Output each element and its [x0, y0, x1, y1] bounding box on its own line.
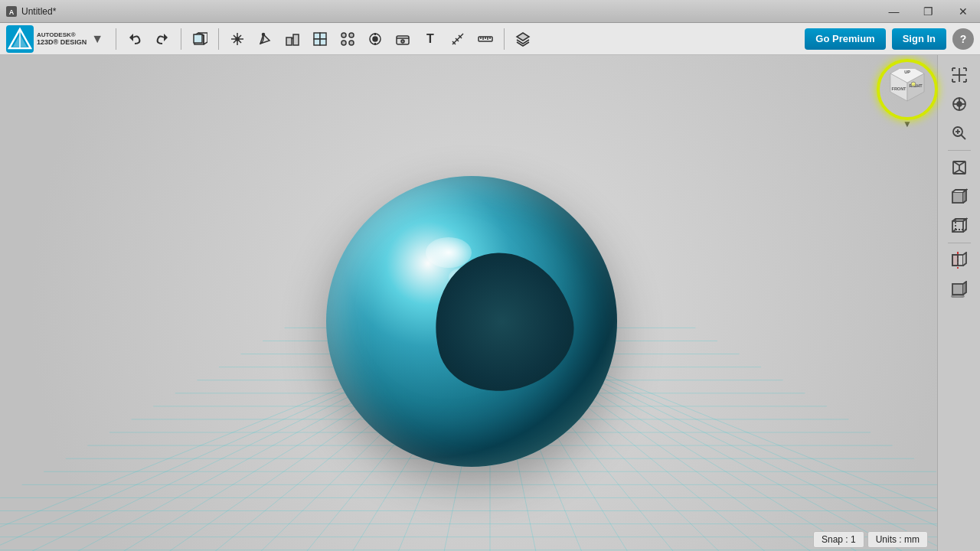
divider-3	[218, 28, 219, 50]
section-view-button[interactable]	[946, 246, 973, 274]
sphere-highlight	[426, 237, 472, 268]
divider-4	[504, 28, 505, 50]
logo-text: AUTODESK® 123D® DESIGN	[37, 31, 87, 46]
svg-point-18	[349, 33, 354, 37]
svg-line-50	[961, 135, 965, 140]
zoom-extents-button[interactable]	[946, 61, 973, 89]
svg-point-22	[373, 37, 377, 41]
logo-dropdown[interactable]: ▼	[91, 32, 103, 46]
titlebar-controls: — ❐ ✕	[877, 0, 980, 23]
statusbar: Snap : 1 Units : mm	[807, 528, 934, 551]
shadow-view-button[interactable]	[946, 276, 973, 303]
wireframe-view-button[interactable]	[946, 212, 973, 240]
divider-2	[181, 28, 181, 50]
units-status[interactable]: Units : mm	[867, 531, 928, 548]
construct-button[interactable]	[280, 27, 305, 51]
svg-point-63	[952, 295, 964, 298]
text-button[interactable]: T	[418, 27, 443, 51]
view-cube-area: FRONT RIGHT UP ▼	[880, 63, 934, 129]
signin-button[interactable]: Sign In	[892, 28, 946, 50]
svg-point-8	[236, 37, 239, 41]
minimize-button[interactable]: —	[877, 0, 911, 23]
sphere-object[interactable]	[326, 176, 617, 467]
logo-area: AUTODESK® 123D® DESIGN ▼	[6, 25, 103, 53]
divider-1	[116, 28, 116, 50]
svg-rect-15	[314, 39, 320, 45]
redo-button[interactable]	[150, 27, 175, 51]
svg-rect-13	[314, 33, 320, 39]
svg-point-9	[263, 33, 265, 35]
help-button[interactable]: ?	[952, 28, 974, 50]
svg-rect-61	[952, 255, 958, 266]
svg-point-70	[911, 82, 916, 86]
right-panel-divider-1	[948, 150, 971, 151]
solid-view-button[interactable]	[946, 183, 973, 210]
perspective-view-button[interactable]	[946, 154, 973, 181]
window-title: Untitled*	[21, 6, 56, 17]
viewport: FRONT RIGHT UP ▼ Snap : 1 Units : mm	[0, 55, 980, 551]
maximize-button[interactable]: ❐	[911, 0, 946, 23]
titlebar-left: A Untitled*	[6, 6, 56, 17]
svg-rect-62	[952, 284, 963, 295]
view-cube-3d: FRONT RIGHT UP	[887, 69, 928, 110]
svg-rect-7	[194, 34, 202, 43]
svg-rect-10	[286, 37, 292, 45]
autodesk-logo	[6, 25, 34, 53]
sketch-button[interactable]	[253, 27, 277, 51]
snap-status[interactable]: Snap : 1	[813, 531, 864, 548]
right-panel	[937, 55, 980, 551]
svg-point-20	[349, 41, 354, 45]
sphere-container	[288, 138, 655, 505]
view-cube[interactable]: FRONT RIGHT UP	[880, 63, 934, 116]
svg-point-19	[341, 41, 346, 45]
undo-button[interactable]	[122, 27, 147, 51]
layers-button[interactable]	[511, 27, 535, 51]
titlebar: A Untitled* — ❐ ✕	[0, 0, 980, 23]
svg-rect-16	[320, 39, 326, 45]
sphere-highlight2	[449, 268, 475, 287]
svg-point-26	[401, 40, 404, 43]
svg-rect-14	[320, 33, 326, 39]
home-view-button[interactable]	[946, 90, 973, 118]
ruler-button[interactable]	[473, 27, 498, 51]
svg-text:A: A	[9, 8, 15, 16]
materials-button[interactable]	[390, 27, 415, 51]
svg-point-17	[341, 33, 346, 37]
box-tool-button[interactable]	[188, 27, 212, 51]
toolbar: AUTODESK® 123D® DESIGN ▼	[0, 23, 980, 55]
svg-text:FRONT: FRONT	[892, 86, 907, 91]
svg-point-44	[957, 102, 962, 106]
snap-button[interactable]	[363, 27, 387, 51]
svg-rect-54	[952, 192, 963, 203]
view-cube-down-arrow[interactable]: ▼	[903, 119, 912, 129]
pattern-button[interactable]	[335, 27, 360, 51]
svg-text:UP: UP	[904, 70, 910, 74]
svg-rect-11	[293, 34, 299, 45]
zoom-button[interactable]	[946, 119, 973, 147]
app-icon: A	[6, 6, 17, 17]
close-button[interactable]: ✕	[946, 0, 980, 23]
right-panel-divider-2	[948, 243, 971, 243]
premium-button[interactable]: Go Premium	[805, 28, 885, 50]
transform-button[interactable]	[225, 27, 250, 51]
group-button[interactable]	[308, 27, 332, 51]
measure-button[interactable]	[446, 27, 470, 51]
